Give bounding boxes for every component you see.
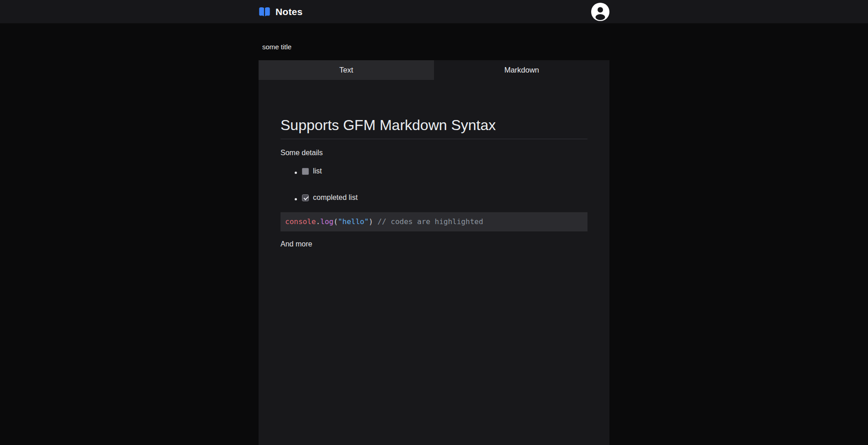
user-avatar-icon <box>591 3 609 21</box>
preview-paragraph: Some details <box>281 147 587 158</box>
code-token-comment: // codes are highlighted <box>377 217 483 226</box>
navbar-container: Notes <box>259 0 609 23</box>
code-token-punct: . <box>316 217 320 226</box>
view-tabs: Text Markdown <box>259 60 609 80</box>
code-token-space <box>373 217 378 226</box>
markdown-body: Supports GFM Markdown Syntax Some detail… <box>259 80 609 279</box>
code-token-punct: ) <box>369 217 373 226</box>
user-avatar-button[interactable] <box>591 3 609 21</box>
top-navbar: Notes <box>0 0 868 23</box>
task-label: list <box>313 166 322 177</box>
app-brand: Notes <box>259 6 302 17</box>
task-checkbox-checked[interactable] <box>302 194 309 201</box>
task-list-item: list <box>302 166 587 177</box>
tab-markdown[interactable]: Markdown <box>434 60 609 80</box>
task-list: list completed list <box>281 166 587 203</box>
code-token-variable: console <box>285 217 316 226</box>
markdown-preview-panel: Supports GFM Markdown Syntax Some detail… <box>259 80 609 445</box>
app-logo-book-icon <box>259 6 270 17</box>
task-list-item: completed list <box>302 192 587 203</box>
code-token-punct: ( <box>333 217 338 226</box>
preview-heading: Supports GFM Markdown Syntax <box>281 115 587 139</box>
task-label: completed list <box>313 192 358 203</box>
note-editor: Text Markdown Supports GFM Markdown Synt… <box>259 42 609 445</box>
code-block: console.log("hello") // codes are highli… <box>281 212 587 231</box>
code-token-function: log <box>320 217 333 226</box>
code-token-string: "hello" <box>338 217 369 226</box>
task-checkbox-unchecked[interactable] <box>302 168 309 175</box>
preview-closing-paragraph: And more <box>281 239 587 250</box>
note-title-input[interactable] <box>259 42 450 52</box>
tab-text[interactable]: Text <box>259 60 434 80</box>
app-title: Notes <box>275 6 302 17</box>
